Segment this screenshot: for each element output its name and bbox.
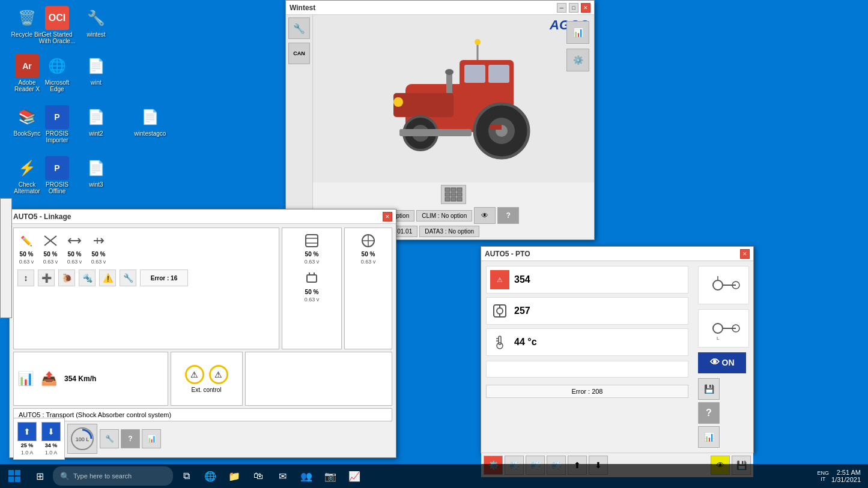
wintest-grid-btn[interactable]	[441, 185, 466, 204]
desktop-icon-oracle[interactable]: OCI Get StartedWith Oracle...	[36, 6, 78, 44]
svg-rect-21	[451, 193, 456, 196]
taskbar-teams-btn[interactable]: 👥	[296, 465, 317, 487]
svg-text:100 L: 100 L	[76, 436, 90, 442]
linkage-down-btn[interactable]: ⬇	[41, 422, 61, 441]
linkage-btn-tool[interactable]: 🔩	[79, 270, 96, 286]
taskbar-cam-btn[interactable]: 📷	[320, 465, 341, 487]
wintest-controls: ─ □ ✕	[557, 3, 590, 13]
wintest-settings-btn[interactable]: ⚙️	[566, 49, 589, 71]
wintest-content: AGCO 📊 ⚙️	[313, 15, 594, 239]
wintest-close-btn[interactable]: ✕	[581, 3, 590, 13]
linkage-middle-row: 📊 📤 354 Km/h ⚠ ⚠ Ext. control	[13, 352, 392, 406]
wintestagco-icon: 📄	[138, 105, 162, 129]
pto-on-button[interactable]: 👁 ON	[698, 352, 746, 373]
linkage-close-btn[interactable]: ✕	[383, 212, 392, 221]
wintest-diagram-btn[interactable]: 📊	[566, 21, 589, 44]
pto-save-btn[interactable]: 💾	[698, 378, 720, 400]
svg-rect-24	[451, 197, 456, 201]
desktop-icon-wint2[interactable]: 📄 wint2	[75, 105, 117, 137]
linkage-side-subval1: 0.63 v	[305, 259, 320, 265]
pto-help-btn[interactable]: ?	[698, 402, 720, 424]
taskbar-chart-btn[interactable]: 📈	[344, 465, 365, 487]
linkage-icons-row: ✏️ 50 % 0.63 v 50 % 0.63 v	[17, 232, 275, 265]
pto-close-btn[interactable]: ✕	[740, 249, 750, 259]
linkage-side2-item1: 50 % 0.63 v	[348, 232, 388, 265]
linkage-item-3: 50 % 0.63 v	[65, 232, 83, 265]
linkage-side-item1: 50 % 0.63 v	[286, 232, 338, 265]
system-tray: ENG IT 2:51 AM 1/31/2021	[818, 469, 866, 483]
linkage-up-btn[interactable]: ⬆	[17, 422, 37, 441]
wintest-right-buttons: 📊 ⚙️	[566, 21, 589, 71]
linkage-side-panel1: 50 % 0.63 v 50 % 0.63 v	[282, 227, 342, 349]
svg-rect-16	[399, 129, 472, 136]
linkage-btn-slow[interactable]: 🐌	[58, 270, 75, 286]
wintest-maximize-btn[interactable]: □	[569, 3, 578, 13]
clim-status[interactable]: CLIM : No option	[416, 210, 472, 221]
linkage-amp1: 1.0 A	[21, 450, 34, 456]
wintest-can-btn[interactable]: CAN	[288, 43, 310, 64]
desktop-icon-prosis-offline[interactable]: P PROSISOffline	[36, 156, 78, 194]
linkage-side-val1: 50 %	[305, 251, 319, 258]
svg-rect-4	[393, 93, 454, 117]
linkage-btn-warn[interactable]: ⚠️	[99, 270, 116, 286]
taskbar-search-box[interactable]: 🔍	[53, 466, 173, 486]
pto-chart-btn[interactable]: 📊	[698, 426, 720, 448]
desktop-icon-wintestagco[interactable]: 📄 wintestagco	[129, 105, 171, 137]
linkage-pct2: 34 %	[45, 442, 58, 448]
footer-chart-btn[interactable]: 📊	[142, 429, 161, 448]
linkage-val-4: 50 %	[92, 251, 106, 258]
linkage-btn-wrench[interactable]: 🔧	[120, 270, 136, 286]
svg-point-14	[475, 39, 481, 45]
tray-lang-sub: IT	[821, 476, 825, 482]
pto-titlebar[interactable]: AUTO5 - PTO ✕	[481, 247, 753, 261]
pto-window: AUTO5 - PTO ✕ ⚠ 354 25	[481, 246, 754, 453]
svg-rect-15	[490, 125, 502, 130]
wintest-grid-btn-row	[315, 185, 592, 204]
linkage-controls: ✕	[383, 212, 392, 221]
svg-rect-19	[457, 188, 462, 191]
pto-value-354: 354	[514, 274, 530, 285]
wintest-minimize-btn[interactable]: ─	[557, 3, 566, 13]
wintest-body: 🔧 CAN	[286, 15, 594, 239]
linkage-ext-panel: ⚠ ⚠ Ext. control	[171, 352, 243, 406]
wintest-titlebar[interactable]: Wintest ─ □ ✕	[286, 1, 594, 15]
svg-point-49	[713, 280, 723, 290]
task-view-btn[interactable]: ⊞	[29, 465, 50, 487]
linkage-empty-panel	[245, 352, 393, 406]
wintest-help-btn[interactable]: ?	[497, 207, 519, 224]
linkage-footer-item2: ⬇ 34 % 1.0 A	[41, 422, 61, 456]
desktop-icon-wint[interactable]: 📄 wint	[75, 54, 117, 86]
linkage-speed-icon2: 📤	[41, 371, 57, 387]
start-button[interactable]	[2, 465, 26, 487]
taskbar-multitask-btn[interactable]: ⧉	[175, 465, 197, 487]
desktop-icon-edge[interactable]: 🌐 MicrosoftEdge	[36, 54, 78, 92]
desktop-icon-prosis[interactable]: P PROSISImporter	[36, 105, 78, 143]
linkage-side2-icon1	[359, 232, 377, 250]
pto-value-temp: 44 °c	[514, 337, 537, 348]
search-input[interactable]	[73, 472, 163, 480]
linkage-speed-value: 354 Km/h	[64, 375, 96, 383]
data3-status[interactable]: DATA3 : No option	[419, 226, 479, 237]
desktop-icon-wint3[interactable]: 📄 wint3	[75, 156, 117, 188]
desktop-icon-wintest[interactable]: 🔧 wintest	[75, 6, 117, 38]
taskbar-edge-btn[interactable]: 🌐	[199, 465, 221, 487]
taskbar-folder-btn[interactable]: 📁	[223, 465, 245, 487]
wintest-tools-btn[interactable]: 🔧	[288, 17, 310, 39]
svg-rect-23	[445, 197, 450, 201]
left-side-panel	[0, 198, 12, 318]
taskbar-mail-btn[interactable]: ✉	[272, 465, 293, 487]
tray-lang: ENG IT	[818, 470, 830, 482]
pto-right: L 👁 ON 💾 ? 📊	[693, 261, 753, 453]
pto-controls: ✕	[740, 249, 750, 259]
wintest-icon-btn1[interactable]: 👁	[474, 207, 496, 224]
tray-lang-text: ENG	[818, 470, 830, 476]
svg-rect-59	[8, 477, 14, 482]
linkage-titlebar[interactable]: AUTO5 - Linkage ✕	[10, 209, 396, 224]
linkage-body: ✏️ 50 % 0.63 v 50 % 0.63 v	[10, 224, 396, 457]
footer-tool-btn[interactable]: 🔧	[100, 429, 119, 448]
taskbar-store-btn[interactable]: 🛍	[247, 465, 269, 487]
linkage-btn-plus[interactable]: ➕	[38, 270, 55, 286]
linkage-btn-up[interactable]: ↕	[17, 270, 34, 286]
footer-help-btn[interactable]: ?	[121, 429, 140, 448]
linkage-footer-item1: ⬆ 25 % 1.0 A	[17, 422, 37, 456]
